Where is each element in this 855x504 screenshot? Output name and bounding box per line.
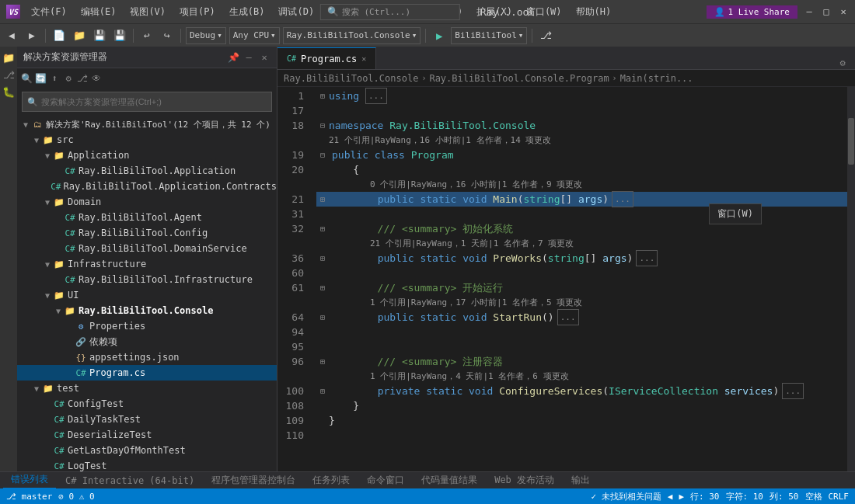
minimize-button[interactable]: — [804, 6, 815, 17]
tab-close-button[interactable]: ✕ [361, 54, 366, 63]
list-item[interactable]: ▼ 📁 Domain [17, 194, 277, 210]
collapsed-block[interactable]: ... [365, 88, 387, 104]
bottom-tab-4[interactable]: 命令窗口 [359, 472, 412, 488]
undo-button[interactable]: ↩ [138, 27, 155, 44]
list-item[interactable]: ▼ 📁 src [17, 132, 277, 148]
collapsed-block[interactable]: ... [636, 250, 658, 266]
run-button[interactable]: ▶ [431, 27, 448, 44]
list-item[interactable]: C# Ray.BiliBiliTool.Config [17, 225, 277, 241]
bottom-tab-0[interactable]: 错误列表 [3, 471, 56, 489]
project-config-dropdown[interactable]: Ray.BiliBiliTool.Console ▾ [283, 27, 421, 44]
explorer-icon[interactable]: 📁 [1, 50, 16, 65]
list-item[interactable]: ⚙ Properties [17, 318, 277, 334]
settings-icon[interactable]: ⚙ [836, 57, 849, 69]
status-indent[interactable]: 空格 [805, 491, 822, 502]
close-button[interactable]: ✕ [838, 6, 849, 17]
bottom-tab-5[interactable]: 代码量值结果 [414, 472, 485, 488]
sidebar-filter-btn[interactable]: ⚙ [62, 72, 75, 85]
sidebar-search-bar[interactable]: 🔍 [22, 92, 272, 112]
status-nav-left[interactable]: ◀ [668, 492, 673, 502]
status-errors[interactable]: ⊘ 0 ⚠ 0 [58, 492, 94, 502]
back-button[interactable]: ◀ [3, 27, 20, 44]
menu-item[interactable]: 视图(V) [124, 4, 172, 20]
expand-arrow[interactable]: ▼ [42, 260, 53, 269]
status-pos[interactable]: 列: 50 [770, 491, 799, 502]
fold-button[interactable]: ⊟ [316, 120, 329, 132]
fold-button[interactable]: ⊟ [316, 149, 329, 162]
expand-arrow[interactable]: ▼ [31, 384, 42, 393]
expand-arrow[interactable]: ▼ [42, 151, 53, 160]
list-item[interactable]: C# Ray.BiliBiliTool.Infrastructure [17, 272, 277, 287]
open-button[interactable]: 📁 [71, 27, 88, 44]
list-item[interactable]: 🔗 依赖项 [17, 334, 277, 349]
breadcrumb-item-1[interactable]: Ray.BiliBiliTool.Console [284, 73, 418, 84]
expand-arrow[interactable]: ▼ [53, 307, 64, 315]
pin-button[interactable]: 📌 [227, 51, 239, 64]
bottom-tab-3[interactable]: 任务列表 [305, 472, 358, 488]
list-item[interactable]: ▼ 📁 Ray.BiliBiliTool.Console [17, 303, 277, 318]
status-line[interactable]: 行: 30 [690, 491, 720, 502]
expand-arrow[interactable]: ▼ [31, 136, 42, 144]
fold-button[interactable]: ⊞ [316, 193, 329, 206]
fold-button[interactable]: ⊞ [316, 223, 329, 235]
cpu-config-dropdown[interactable]: Any CPU ▾ [229, 27, 280, 44]
fold-button[interactable]: ⊞ [316, 311, 329, 324]
list-item[interactable]: C# Ray.BiliBiliTool.Agent [17, 210, 277, 225]
fold-button[interactable]: ⊞ [316, 356, 329, 368]
status-branch[interactable]: ⎇ master [6, 492, 52, 502]
live-share-button[interactable]: 👤 1 Live Share [707, 5, 797, 19]
list-item[interactable]: C# Ray.BiliBiliTool.Application [17, 163, 277, 179]
menu-item[interactable]: 调试(D) [272, 4, 320, 20]
global-search-box[interactable]: 🔍 搜索 (Ctrl...) [320, 4, 460, 20]
expand-arrow[interactable]: ▼ [20, 120, 31, 129]
expand-arrow[interactable]: ▼ [42, 198, 53, 207]
menu-item[interactable]: 生成(B) [223, 4, 271, 20]
status-encoding[interactable]: CRLF [829, 492, 850, 502]
sidebar-collapse-all-btn[interactable]: ⬆ [48, 72, 61, 85]
menu-item[interactable]: 编辑(E) [75, 4, 123, 20]
bottom-tab-6[interactable]: Web 发布活动 [487, 472, 562, 488]
bottom-tab-2[interactable]: 程序包管理器控制台 [204, 472, 303, 488]
status-no-problem[interactable]: ✓ 未找到相关问题 [592, 491, 661, 502]
forward-button[interactable]: ▶ [23, 27, 40, 44]
list-item[interactable]: ▼ 📁 Infrastructure [17, 256, 277, 272]
solution-root[interactable]: ▼ 🗂 解决方案'Ray.BiliBiliTool'(12 个项目，共 12 个… [17, 116, 277, 132]
code-editor[interactable]: 1 17 18 · 19 20 · 21 31 32 · 36 60 61 · … [277, 87, 855, 471]
maximize-button[interactable]: □ [821, 6, 832, 17]
list-item[interactable]: C# ConfigTest [17, 396, 277, 412]
code-content[interactable]: ⊞ using ... ⊟ namespace Ray.BiliBiliTool… [310, 87, 855, 471]
list-item[interactable]: C# LogTest [17, 458, 277, 471]
save-all-button[interactable]: 💾 [111, 27, 128, 44]
menu-item[interactable]: 文件(F) [25, 4, 73, 20]
list-item[interactable]: ▼ 📁 UI [17, 287, 277, 303]
sidebar-refresh-btn[interactable]: 🔄 [34, 72, 47, 85]
expand-arrow[interactable]: ▼ [42, 291, 53, 300]
git-button[interactable]: ⎇ [537, 27, 554, 44]
list-item[interactable]: C# DailyTaskTest [17, 412, 277, 427]
sidebar-git-btn[interactable]: ⎇ [76, 72, 89, 85]
menu-item[interactable]: 帮助(H) [570, 4, 618, 20]
sidebar-search-input[interactable] [41, 97, 267, 106]
debug-config-dropdown[interactable]: Debug ▾ [186, 27, 226, 44]
sidebar-search-btn[interactable]: 🔍 [20, 72, 33, 85]
list-item[interactable]: C# Program.cs [17, 365, 277, 381]
fold-button[interactable]: ⊞ [316, 90, 329, 103]
list-item[interactable]: C# DeserializeTest [17, 427, 277, 443]
git-icon[interactable]: ⎇ [1, 67, 16, 82]
menu-item[interactable]: 项目(P) [173, 4, 222, 20]
list-item[interactable]: ▼ 📁 test [17, 381, 277, 396]
fold-button[interactable]: ⊞ [316, 252, 329, 265]
status-nav-right[interactable]: ▶ [679, 492, 684, 502]
collapsed-block[interactable]: ... [557, 309, 579, 325]
fold-button[interactable]: ⊞ [316, 385, 329, 398]
list-item[interactable]: {} appsettings.json [17, 349, 277, 365]
scrollbar-thumb[interactable] [848, 118, 854, 165]
tab-program-cs[interactable]: C# Program.cs ✕ [277, 47, 376, 69]
close-sidebar-button[interactable]: ✕ [258, 51, 270, 64]
vertical-scrollbar[interactable] [847, 87, 855, 471]
redo-button[interactable]: ↪ [159, 27, 176, 44]
breadcrumb-item-3[interactable]: Main(strin... [620, 73, 693, 84]
save-button[interactable]: 💾 [91, 27, 108, 44]
bottom-tab-7[interactable]: 输出 [564, 472, 598, 488]
list-item[interactable]: ▼ 📁 Application [17, 148, 277, 163]
